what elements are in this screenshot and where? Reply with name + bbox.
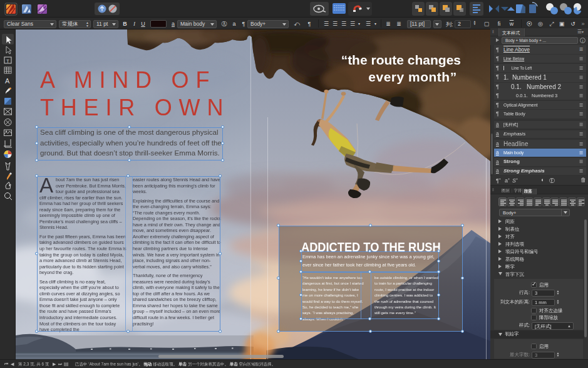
svg-text:T: T — [6, 58, 9, 64]
svg-text:A: A — [5, 77, 10, 85]
